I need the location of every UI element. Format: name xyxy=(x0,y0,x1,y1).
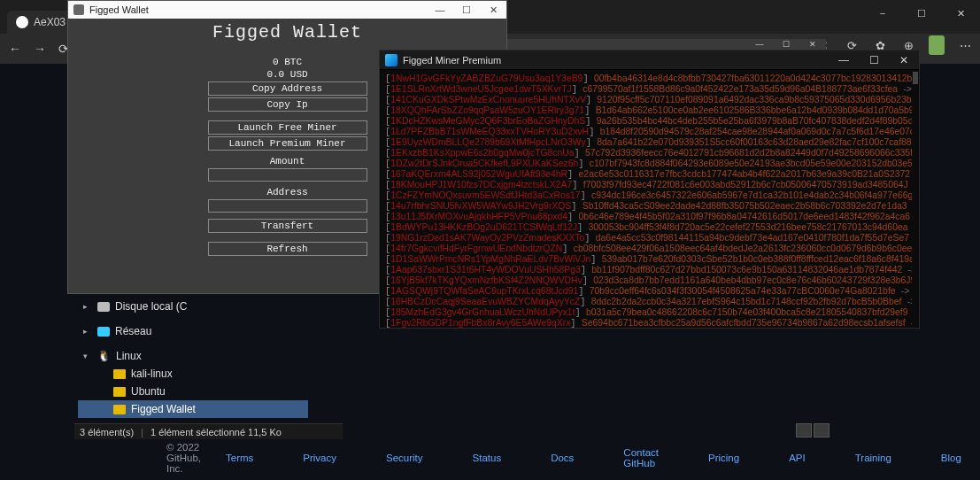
miner-close-icon[interactable]: ✕ xyxy=(889,50,919,70)
win-max-icon[interactable]: ☐ xyxy=(902,0,941,27)
footer-link-training[interactable]: Training xyxy=(855,453,891,463)
footer-link-privacy[interactable]: Privacy xyxy=(303,453,336,463)
wallet-max-icon[interactable]: ☐ xyxy=(453,1,480,19)
tx-hash: 023d3ca8db7bb7edd1161a640beb4dbb97ec0c8e… xyxy=(593,275,915,285)
view-icons-icon[interactable] xyxy=(814,423,830,437)
bg-max-icon[interactable]: ☐ xyxy=(773,39,799,50)
explorer-view-toggle[interactable] xyxy=(796,423,830,437)
folder-icon xyxy=(113,387,126,397)
amount-label: Amount xyxy=(270,156,305,166)
tx-hash: 8da7a641b22e070d939351S5cc60f00163c63d28… xyxy=(597,137,916,147)
miner-log-line: [1Ld7PFZBbB71sWMeEQ33xxTVHoRY3uD2xvH] b1… xyxy=(385,127,914,137)
footer-link-pricing[interactable]: Pricing xyxy=(708,453,739,463)
miner-log-line: [16HBCzDcCaqj9SeaaEvuWBZYCMdqAyyYcZ] 8dd… xyxy=(385,297,914,307)
footer-link-security[interactable]: Security xyxy=(386,453,423,463)
wallet-address: 18XQQhFArSbZZo9qqPsaW5zuOY1ERlry3g71 xyxy=(390,105,584,115)
footer-link-contact-github[interactable]: Contact GitHub xyxy=(623,447,659,468)
footer-link-blog[interactable]: Blog xyxy=(941,453,961,463)
tx-hash: cb08bfc508ee429f06a1508eec64af4bdedJe2a2… xyxy=(574,244,917,253)
footer-link-api[interactable]: API xyxy=(789,453,806,463)
tx-hash: bb11f907bdff80c627d27bbd150073c6e9b150a6… xyxy=(591,265,902,275)
amount-input[interactable] xyxy=(208,168,367,182)
miner-max-icon[interactable]: ☐ xyxy=(859,50,889,70)
tx-hash: f7003f97fd93ec4722f081c6e003abd52912b6c7… xyxy=(583,180,908,190)
wallet-address: 1NwH1GvGFkYyZABZBZuG79Usu3aq1Y3eB9 xyxy=(390,74,583,83)
win-min-icon[interactable]: − xyxy=(863,0,902,27)
wallet-window-title: Figged Wallet xyxy=(89,4,149,15)
bg-min-icon[interactable]: — xyxy=(746,39,773,50)
overflow-icon[interactable]: ⋯ xyxy=(957,39,973,52)
profile-avatar[interactable] xyxy=(929,35,945,55)
refresh-button[interactable]: Refresh xyxy=(208,242,367,256)
tab-label: AeX03 xyxy=(34,16,66,28)
tx-hash: c6799570af1f1558Bd86c9a0f452422e173a35d5… xyxy=(583,84,898,94)
wallet-address: 1BdWYPu13HKKzBOg2uD621TCSfWqLtf12J xyxy=(390,222,577,232)
footer-link-status[interactable]: Status xyxy=(473,453,502,463)
tree-item-label: Disque local (C xyxy=(115,300,187,313)
miner-log-line: [13u11J5fXrMOXvuAjqkhHFP5VPnu68pxd4] 0b6… xyxy=(385,212,914,222)
miner-log-line: [18XQQhFArSbZZo9qqPsaW5zuOY1ERlry3g71] B… xyxy=(385,105,914,116)
wallet-address: 185MzhEdG3gv4GrGnhuaLWczUhNdUPyx1t xyxy=(390,307,575,317)
chevron-right-icon[interactable]: ▸ xyxy=(83,302,92,311)
tree-item-figged-wallet[interactable]: Figged Wallet xyxy=(78,400,308,418)
explorer-tree: ▸Disque local (C▸Réseau▾Linuxkali-linuxU… xyxy=(78,298,308,418)
bg-close-icon[interactable]: ✕ xyxy=(799,39,826,50)
win-close-icon[interactable]: ✕ xyxy=(941,0,980,27)
chevron-right-icon[interactable]: ▸ xyxy=(83,327,92,336)
wallet-address: 1CzFZYmNOQxsuvm5EWSdfJHtd3aCxRos17 xyxy=(390,190,580,200)
miner-log-line: [1E9UyzWDmBLLQe2789b69XtMfHpcLNrO3Wy] 8d… xyxy=(385,137,914,148)
miner-log-line: [14fr7GgkcvifHdFyrFgrnwUErxfNbdtzrQZN] c… xyxy=(385,244,914,254)
wallet-address: 1E9UyzWDmBLLQe2789b69XtMfHpcLNrO3Wy xyxy=(390,137,586,147)
tree-item-disque-local-c[interactable]: ▸Disque local (C xyxy=(78,298,308,315)
tree-item-label: Linux xyxy=(116,350,142,362)
tree-item-kali-linux[interactable]: kali-linux xyxy=(78,365,308,383)
footer-link-docs[interactable]: Docs xyxy=(551,453,574,463)
transfer-button[interactable]: Transfert xyxy=(208,219,367,233)
miner-titlebar[interactable]: Figged Miner Premium — ☐ ✕ xyxy=(380,50,919,70)
miner-log-line: [1DZw2tDrSJnkOrua5CKfkefL9PXUKaKSez6h] c… xyxy=(385,159,914,169)
launch-premium-miner-button[interactable]: Launch Premium Miner xyxy=(208,136,367,151)
tx-hash: Se694bc671bea3cfbbc25a9d56c6afcfbdd735e9… xyxy=(582,318,906,328)
view-details-icon[interactable] xyxy=(796,423,812,437)
wallet-close-icon[interactable]: ✕ xyxy=(480,1,506,19)
miner-log-line: [1Aap637sbxr1S31t6HT4yWDOVuUSHh58Pg3] bb… xyxy=(385,265,914,275)
miner-min-icon[interactable]: — xyxy=(829,50,859,70)
tx-hash: e2ac6e53c0116317e7fbc3cdcb177474ab4b4f62… xyxy=(579,169,910,179)
copy-address-button[interactable]: Copy Address xyxy=(208,81,367,96)
tx-hash: b184d8f20590d94579c28af254cae98e28944af0… xyxy=(600,127,915,136)
tx-hash: 539ab017b7e620fd0303cSbe52b1b0c0eb388f0f… xyxy=(602,254,914,264)
miner-log-line: [1CzFZYmNOQxsuvm5EWSdfJHtd3aCxRos17] c93… xyxy=(385,190,914,201)
tree-item-label: kali-linux xyxy=(131,368,173,380)
miner-log-line: [1BdWYPu13HKKzBOg2uD621TCSfWqLtf12J] 300… xyxy=(385,222,914,233)
tx-hash: c107bf7943fc8d884f064293e6089e50e24193ae… xyxy=(590,159,918,168)
footer-link-terms[interactable]: Terms xyxy=(226,453,253,463)
tree-item-linux[interactable]: ▾Linux xyxy=(78,347,308,365)
address-input[interactable] xyxy=(208,199,367,213)
tx-hash: 9120f95cff5c707110ef089091a6492dac336ca9… xyxy=(597,95,911,105)
chevron-down-icon[interactable]: ▾ xyxy=(83,352,92,360)
tx-hash: 9a26b535b4bc44bc4deb255b5e25ba6f3979b8aB… xyxy=(597,116,914,126)
miner-scrollbar[interactable] xyxy=(912,70,919,328)
nav-back-icon[interactable]: ← xyxy=(9,42,21,56)
wallet-address: 1Aap637sbxr1S31t6HT4yWDOVuUSHh58Pg3 xyxy=(390,265,580,275)
footer-copyright: © 2022 GitHub, Inc. xyxy=(166,442,201,474)
miner-log-line: [18KMouHPJ1W10fzs7DCxjgm4tzctskLX2A7] f7… xyxy=(385,180,914,190)
miner-console: [1NwH1GvGFkYyZABZBZuG79Usu3aq1Y3eB9] 00f… xyxy=(380,70,919,328)
tree-item-label: Figged Wallet xyxy=(131,403,196,415)
scrollbar-thumb[interactable] xyxy=(913,72,918,84)
tree-item-r-seau[interactable]: ▸Réseau xyxy=(78,322,308,340)
wallet-address: 167aKQErxm4ALS92j052WguUfAft93e4hR xyxy=(390,169,567,179)
browser-tab[interactable]: AeX03 xyxy=(7,11,74,34)
wallet-address: 14fr7GgkcvifHdFyrFgrnwUErxfNbdtzrQZN xyxy=(390,244,562,253)
tree-item-ubuntu[interactable]: Ubuntu xyxy=(78,383,308,400)
miner-log-line: [1EKxzbB1KsXppwE6s2b0gqMw0jcTG8cnUa] 57c… xyxy=(385,148,914,159)
background-window-controls: — ☐ ✕ xyxy=(507,39,826,50)
launch-free-miner-button[interactable]: Launch Free Miner xyxy=(208,120,367,135)
wallet-titlebar[interactable]: Figged Wallet — ☐ ✕ xyxy=(68,1,506,19)
wallet-address: 1D1SaWWrPmcNRs1YpMgNhRaELdv7BvWiVJn xyxy=(390,254,590,264)
wallet-min-icon[interactable]: — xyxy=(427,1,453,19)
copy-ip-button[interactable]: Copy Ip xyxy=(208,97,367,112)
status-selection: 1 élément sélectionné 11,5 Ko xyxy=(150,427,282,437)
nav-forward-icon[interactable]: → xyxy=(34,42,46,56)
wallet-address: 1KDcHZKwsMeGMyc2Q6F3brEoBaZGHnyDhS xyxy=(390,116,585,126)
